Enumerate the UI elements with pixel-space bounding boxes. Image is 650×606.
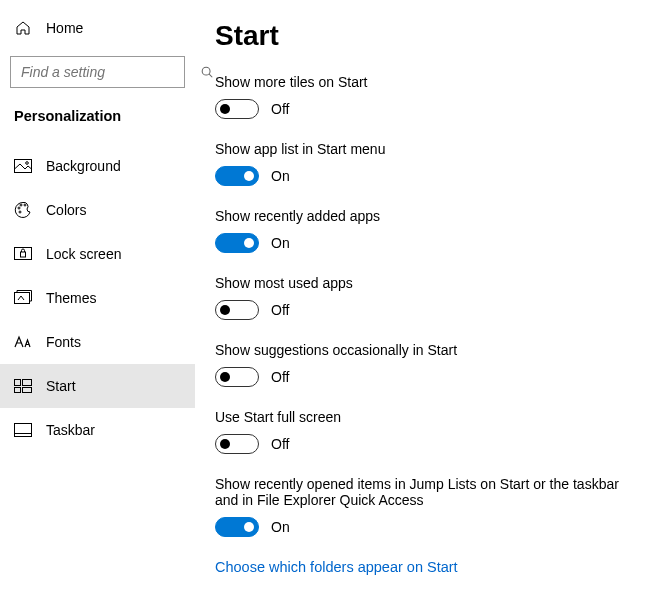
svg-point-2 [26,162,29,165]
setting-row: Show more tiles on StartOff [215,74,642,119]
toggle-row: Off [215,434,642,454]
search-input[interactable] [19,63,200,81]
sidebar-item-label: Colors [46,202,86,218]
toggle-switch[interactable] [215,233,259,253]
setting-row: Show most used appsOff [215,275,642,320]
toggle-knob [220,372,230,382]
fonts-icon [14,333,32,351]
sidebar-item-start[interactable]: Start [0,364,195,408]
toggle-state-text: Off [271,436,289,452]
toggle-switch[interactable] [215,367,259,387]
choose-folders-link[interactable]: Choose which folders appear on Start [215,559,642,575]
toggle-switch[interactable] [215,166,259,186]
search-box[interactable] [10,56,185,88]
toggle-state-text: On [271,235,290,251]
nav-list: Background Colors Lock screen [0,138,195,452]
colors-icon [14,201,32,219]
page-title: Start [215,20,642,52]
background-icon [14,157,32,175]
taskbar-icon [14,421,32,439]
toggle-state-text: Off [271,101,289,117]
setting-label: Use Start full screen [215,409,642,425]
sidebar-item-themes[interactable]: Themes [0,276,195,320]
svg-rect-14 [15,424,32,437]
toggle-knob [220,439,230,449]
toggle-row: Off [215,300,642,320]
svg-point-6 [19,211,21,213]
sidebar: Home Personalization Background [0,0,195,606]
setting-row: Use Start full screenOff [215,409,642,454]
toggle-row: On [215,166,642,186]
setting-row: Show recently opened items in Jump Lists… [215,476,642,537]
themes-icon [14,289,32,307]
setting-label: Show suggestions occasionally in Start [215,342,642,358]
svg-rect-11 [23,380,32,386]
setting-label: Show recently opened items in Jump Lists… [215,476,642,508]
toggle-switch[interactable] [215,434,259,454]
setting-row: Show app list in Start menuOn [215,141,642,186]
toggle-state-text: Off [271,369,289,385]
toggle-state-text: On [271,168,290,184]
toggle-row: Off [215,99,642,119]
sidebar-item-label: Background [46,158,121,174]
setting-label: Show app list in Start menu [215,141,642,157]
sidebar-item-label: Themes [46,290,97,306]
toggle-knob [244,522,254,532]
toggle-knob [244,238,254,248]
sidebar-item-taskbar[interactable]: Taskbar [0,408,195,452]
toggle-knob [220,305,230,315]
svg-point-4 [20,204,22,206]
main-pane: Start Show more tiles on StartOffShow ap… [195,0,650,606]
toggle-switch[interactable] [215,300,259,320]
setting-label: Show more tiles on Start [215,74,642,90]
home-icon [14,19,32,37]
toggle-switch[interactable] [215,99,259,119]
setting-row: Show suggestions occasionally in StartOf… [215,342,642,387]
section-title: Personalization [0,102,195,138]
svg-rect-12 [15,388,21,393]
lockscreen-icon [14,245,32,263]
setting-row: Show recently added appsOn [215,208,642,253]
svg-point-5 [24,204,26,206]
toggle-switch[interactable] [215,517,259,537]
toggle-row: On [215,517,642,537]
toggle-row: Off [215,367,642,387]
svg-rect-8 [21,252,26,257]
svg-rect-13 [23,388,32,393]
start-icon [14,377,32,395]
toggle-row: On [215,233,642,253]
sidebar-item-colors[interactable]: Colors [0,188,195,232]
home-label: Home [46,20,83,36]
setting-label: Show recently added apps [215,208,642,224]
sidebar-item-background[interactable]: Background [0,144,195,188]
toggle-state-text: On [271,519,290,535]
svg-rect-10 [15,380,21,386]
sidebar-item-label: Lock screen [46,246,121,262]
sidebar-item-lock-screen[interactable]: Lock screen [0,232,195,276]
toggle-knob [244,171,254,181]
setting-label: Show most used apps [215,275,642,291]
svg-point-3 [18,207,20,209]
home-button[interactable]: Home [0,10,195,46]
sidebar-item-label: Start [46,378,76,394]
sidebar-item-label: Fonts [46,334,81,350]
sidebar-item-label: Taskbar [46,422,95,438]
sidebar-item-fonts[interactable]: Fonts [0,320,195,364]
toggle-knob [220,104,230,114]
svg-rect-1 [15,160,32,173]
toggle-state-text: Off [271,302,289,318]
